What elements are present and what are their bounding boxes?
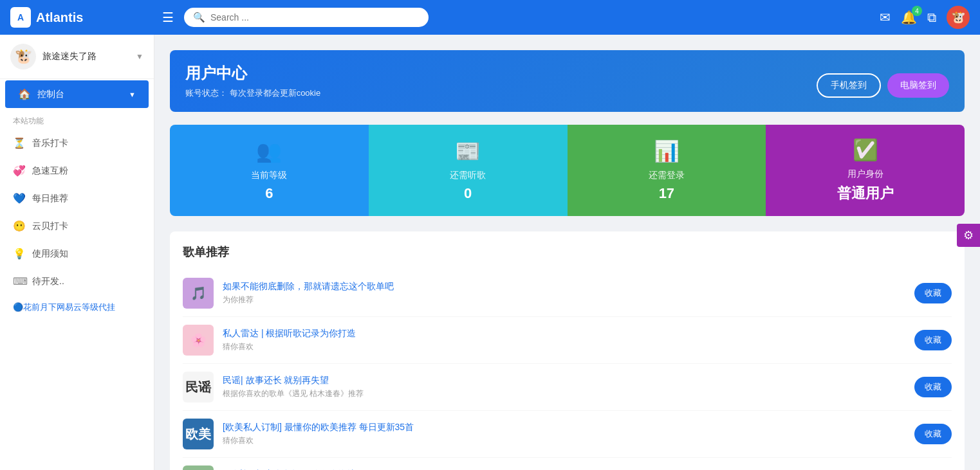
top-navigation: A Atlantis ☰ 🔍 ✉ 🔔 4 ⧉ 🐮	[0, 0, 980, 35]
collect-button[interactable]: 收藏	[914, 377, 952, 397]
playlist-thumb: 🌸	[183, 325, 214, 356]
playlist-item: 🌸 私人雷达 | 根据听歌记录为你打造 猜你喜欢 收藏	[183, 317, 952, 364]
sidebar-item-pending[interactable]: ⌨ 待开发..	[0, 267, 154, 295]
playlist-sub: 猜你喜欢	[223, 435, 905, 446]
playlist-thumb: 民谣	[183, 372, 214, 402]
stat-card-logins: 📊 还需登录 17	[568, 125, 766, 216]
search-icon: 🔍	[193, 12, 205, 23]
hamburger-button[interactable]: ☰	[160, 7, 176, 28]
logins-value: 17	[659, 185, 674, 202]
sidebar-item-music-label: 音乐打卡	[32, 138, 68, 149]
collect-button[interactable]: 收藏	[914, 283, 952, 303]
notification-button[interactable]: 🔔 4	[901, 10, 917, 25]
sidebar-section-label: 本站功能	[0, 109, 154, 129]
sidebar-item-music[interactable]: ⏳ 音乐打卡	[0, 129, 154, 157]
level-label: 当前等级	[251, 170, 287, 181]
dashboard-arrow: ▼	[129, 91, 136, 98]
sidebar-item-daily-label: 每日推荐	[32, 193, 68, 204]
playlist-name[interactable]: 如果不能彻底删除，那就请遗忘这个歌单吧	[223, 281, 905, 293]
playlist-info: 私人雷达 | 根据听歌记录为你打造 猜你喜欢	[223, 328, 905, 352]
settings-icon: ⚙	[963, 228, 974, 242]
home-icon: 🏠	[18, 88, 31, 100]
sidebar-user-arrow: ▼	[136, 52, 143, 61]
search-box[interactable]: 🔍	[184, 8, 429, 27]
playlist-name[interactable]: 民谣| 故事还长 就别再失望	[223, 375, 905, 386]
notification-badge: 4	[912, 6, 922, 16]
songs-icon: 📰	[455, 139, 481, 163]
playlist-name[interactable]: 私人雷达 | 根据听歌记录为你打造	[223, 328, 905, 339]
sidebar-avatar: 🐮	[10, 44, 36, 69]
sidebar-item-dashboard[interactable]: 🏠 控制台 ▼	[5, 80, 149, 108]
sidebar-item-help-label: 使用须知	[32, 248, 68, 260]
playlist-item: 民谣 民谣| 故事还长 就别再失望 根据你喜欢的歌单《遇见 枯木逢春》推荐 收藏	[183, 364, 952, 411]
playlist-sub: 猜你喜欢	[223, 341, 905, 352]
stat-card-level: 👥 当前等级 6	[170, 125, 369, 216]
layers-icon: ⧉	[927, 10, 936, 24]
pending-icon: ⌨	[13, 275, 26, 287]
playlist-info: [欧美私人订制] 最懂你的欧美推荐 每日更新35首 猜你喜欢	[223, 422, 905, 446]
layers-button[interactable]: ⧉	[927, 10, 936, 25]
playlist-list: 🎵 如果不能彻底删除，那就请遗忘这个歌单吧 为你推荐 收藏 🌸 私人雷达 | 根…	[183, 270, 952, 470]
sidebar-promo-link[interactable]: 🔵花前月下网易云等级代挂	[0, 295, 154, 320]
sidebar-user-profile[interactable]: 🐮 旅途迷失了路 ▼	[0, 35, 154, 79]
playlist-info: 如果不能彻底删除，那就请遗忘这个歌单吧 为你推荐	[223, 281, 905, 305]
sidebar-item-pending-label: 待开发..	[32, 276, 64, 287]
dashboard-label: 控制台	[37, 89, 64, 100]
stat-card-identity: ✅ 用户身份 普通用户	[766, 125, 965, 216]
playlist-section-title: 歌单推荐	[183, 244, 952, 260]
sidebar-item-cloud[interactable]: 😶 云贝打卡	[0, 212, 154, 240]
level-icon: 👥	[256, 139, 282, 163]
user-center-status: 账号状态： 每次登录都会更新cookie	[185, 87, 949, 99]
app-logo: A Atlantis	[10, 7, 152, 28]
songs-value: 0	[464, 185, 472, 202]
playlist-info: 民谣| 故事还长 就别再失望 根据你喜欢的歌单《遇见 枯木逢春》推荐	[223, 375, 905, 399]
music-icon: ⏳	[13, 137, 26, 149]
sidebar-username: 旅途迷失了路	[42, 51, 129, 62]
help-icon: 💡	[13, 248, 26, 260]
logins-label: 还需登录	[649, 170, 685, 181]
collect-button[interactable]: 收藏	[914, 330, 952, 350]
playlist-sub: 为你推荐	[223, 294, 905, 305]
mail-icon: ✉	[880, 10, 891, 24]
playlist-item: 欧美 [欧美私人订制] 最懂你的欧美推荐 每日更新35首 猜你喜欢 收藏	[183, 411, 952, 458]
logins-icon: 📊	[654, 139, 680, 163]
settings-fab[interactable]: ⚙	[957, 224, 980, 247]
collect-button[interactable]: 收藏	[914, 424, 952, 444]
playlist-name[interactable]: [欧美私人订制] 最懂你的欧美推荐 每日更新35首	[223, 422, 905, 433]
playlist-thumb: 欧美	[183, 419, 214, 449]
daily-icon: 💙	[13, 192, 26, 204]
topnav-right-actions: ✉ 🔔 4 ⧉ 🐮	[880, 6, 970, 29]
sidebar: 🐮 旅途迷失了路 ▼ 🏠 控制台 ▼ 本站功能 ⏳ 音乐打卡 💞 急速互粉 💙 …	[0, 35, 154, 470]
level-value: 6	[265, 185, 273, 202]
cloud-icon: 😶	[13, 220, 26, 232]
identity-icon: ✅	[853, 138, 878, 162]
playlist-item: 🏖 [民谣酒馆]这么多年了 你住在海边了吗? 根据你喜欢的歌单《遇见 枯木逢春》…	[183, 458, 952, 470]
playlist-thumb: 🎵	[183, 278, 214, 309]
songs-label: 还需听歌	[450, 170, 486, 181]
identity-value: 普通用户	[837, 184, 894, 203]
sidebar-item-fans[interactable]: 💞 急速互粉	[0, 157, 154, 185]
user-center-header: 用户中心 账号状态： 每次登录都会更新cookie 手机签到 电脑签到	[170, 50, 965, 112]
playlist-thumb: 🏖	[183, 465, 214, 470]
sidebar-item-help[interactable]: 💡 使用须知	[0, 240, 154, 267]
fans-icon: 💞	[13, 165, 26, 177]
sidebar-item-cloud-label: 云贝打卡	[32, 221, 68, 232]
stat-card-songs: 📰 还需听歌 0	[369, 125, 568, 216]
main-content: 用户中心 账号状态： 每次登录都会更新cookie 手机签到 电脑签到 👥 当前…	[154, 35, 980, 470]
playlist-sub: 根据你喜欢的歌单《遇见 枯木逢春》推荐	[223, 388, 905, 399]
sidebar-item-fans-label: 急速互粉	[32, 165, 68, 177]
sidebar-item-daily[interactable]: 💙 每日推荐	[0, 185, 154, 212]
identity-label: 用户身份	[847, 168, 883, 180]
stat-cards: 👥 当前等级 6 📰 还需听歌 0 📊 还需登录 17 ✅ 用户身份 普通用户	[170, 125, 965, 216]
playlist-item: 🎵 如果不能彻底删除，那就请遗忘这个歌单吧 为你推荐 收藏	[183, 270, 952, 317]
logo-icon: A	[10, 7, 31, 28]
playlist-section: 歌单推荐 🎵 如果不能彻底删除，那就请遗忘这个歌单吧 为你推荐 收藏 🌸 私人雷…	[170, 231, 965, 470]
app-name: Atlantis	[36, 10, 83, 25]
user-avatar[interactable]: 🐮	[947, 6, 970, 29]
mail-button[interactable]: ✉	[880, 10, 891, 25]
search-input[interactable]	[210, 12, 420, 23]
